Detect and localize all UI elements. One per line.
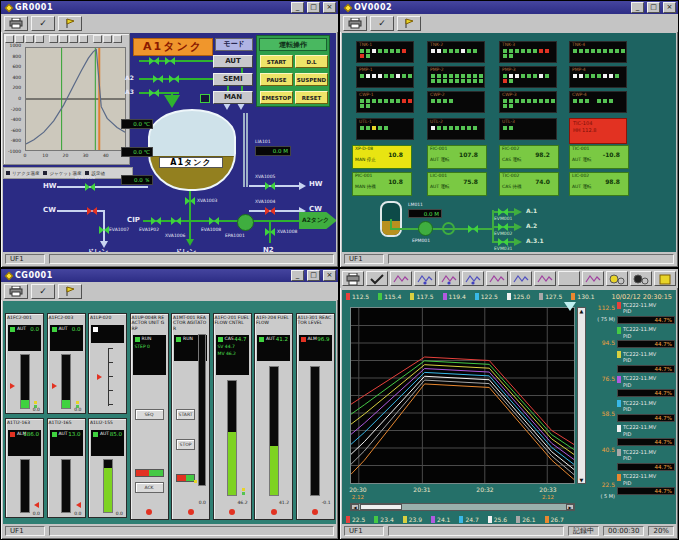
pen-entry[interactable]: TC222-11.MVPID44.7% [617,376,676,398]
pen-entry[interactable]: TC222-11.MVPID44.7% [617,400,676,422]
valve-icon[interactable] [153,75,163,83]
overview-panel[interactable]: TNK-1 [356,41,414,63]
overview-panel[interactable]: CWP-2 [427,91,485,113]
time-scrollbar[interactable]: ◀ ▶ [350,503,575,511]
data-save-button[interactable] [630,271,652,286]
flag-button[interactable] [58,16,82,31]
legend-item[interactable]: リアクタ温度 [6,171,39,176]
close-button[interactable]: × [323,2,336,13]
pen-entry[interactable]: TC222-11.MVPID44.7% [617,327,676,349]
wave-4-button[interactable] [582,271,604,286]
overview-panel[interactable]: CWP-3 [499,91,557,113]
overview-panel[interactable]: TNK-4 [569,41,627,63]
mode-button-aut[interactable]: AUT [213,55,253,68]
minimize-button[interactable]: _ [291,2,304,13]
datapoint-box[interactable]: LIC-00298.8AUT 運転 [569,172,629,196]
faceplate-unit[interactable]: A1LI2-155AUT85.00.0 [88,418,127,518]
overview-panel[interactable]: TNK-2 [427,41,485,63]
cursor-marker-icon[interactable] [564,302,576,311]
printer-button[interactable] [342,271,364,286]
mini-tool-button[interactable] [113,35,122,43]
valve-xva1006[interactable] [171,217,181,225]
acknowledge-button[interactable] [366,271,388,286]
scrollbar-thumb[interactable] [360,504,402,510]
faceplate-button[interactable]: SEQ [135,409,164,420]
flag-button[interactable] [58,284,82,299]
ma ximize-button[interactable]: □ [307,270,320,281]
overview-panel[interactable]: PMP-4 [569,66,627,88]
wave-1-button[interactable] [486,271,508,286]
valve-xva1008[interactable] [265,228,275,236]
operation-button-emestop[interactable]: EMESTOP [260,91,293,104]
close-button[interactable]: × [663,2,676,13]
titlebar[interactable]: CG0001 _ □ × [1,269,338,282]
mimic-pump-2[interactable] [442,222,455,235]
datapoint-box[interactable]: FIC-00298.2CAS 運転 [499,145,559,169]
valve-xva1004[interactable] [265,207,275,215]
faceplate-unit[interactable]: A1FI-204 FUEL FLOWAUT41.241.2 [254,313,293,520]
faceplate-button[interactable]: ACK [135,482,164,493]
note-button[interactable] [654,271,676,286]
pump-epa1001[interactable] [237,214,254,231]
faceplate-unit[interactable]: A1TI2-163ALM186.00.0 [5,418,44,518]
overview-panel[interactable]: PMP-1 [356,66,414,88]
flag-button[interactable] [397,16,421,31]
operation-button-pause[interactable]: PAUSE [260,73,293,86]
trend-button[interactable] [390,271,412,286]
valve-icon[interactable] [149,57,159,65]
faceplate-unit[interactable]: A1FC2-001AUT0.00.0 [5,313,44,414]
valve-icon[interactable] [498,208,508,216]
run-stop-toggle[interactable] [176,474,195,482]
overview-panel[interactable]: UTL-2 [427,118,485,140]
pen-entry[interactable]: TC222-11.MVPID44.7% [617,425,676,447]
maximize-button[interactable]: □ [647,2,660,13]
pen-entry[interactable]: TC222-11.MVPID44.7% [617,449,676,471]
acknowledge-button[interactable]: ✓ [31,16,55,31]
valve-eva1008[interactable] [209,217,219,225]
pen-assign-button[interactable] [414,271,436,286]
start-button[interactable]: START [176,409,195,420]
operation-button-dl[interactable]: D.L [295,55,328,68]
mini-tool-button[interactable] [49,35,58,43]
overview-panel[interactable]: CWP-1 [356,91,414,113]
overview-panel[interactable]: CWP-4 [569,91,627,113]
mimic-pump[interactable] [418,221,433,236]
datapoint-box[interactable]: XP-D-0810.8MAN 停止 [352,145,412,169]
valve-icon[interactable] [87,207,97,215]
overview-panel[interactable]: PMP-2 [427,66,485,88]
a1-tank[interactable] [148,109,236,191]
alarm-panel[interactable]: TIC-104HH 112.8 [569,118,627,144]
datapoint-box[interactable]: FIC-001107.8AUT 運転 [427,145,487,169]
overview-panel[interactable]: UTL-3 [499,118,557,140]
wave-2-button[interactable] [510,271,532,286]
pen-down-button[interactable] [462,271,484,286]
faceplate-unit[interactable]: A1FC2-003AUT0.00.0 [47,313,86,414]
mode-button-semi[interactable]: SEMI [213,73,253,86]
pen-entry[interactable]: TC222-11.MVPID44.7% [617,351,676,373]
legend-checkbox[interactable] [43,171,47,175]
mini-tool-button[interactable] [69,35,78,43]
scroll-left-icon[interactable]: ◀ [351,504,359,510]
blank-button[interactable] [558,271,580,286]
acknowledge-button[interactable]: ✓ [370,16,394,31]
a2-tank-link[interactable]: A2タンク [299,212,336,229]
acknowledge-button[interactable]: ✓ [31,284,55,299]
pen-entry[interactable]: TC222-11.MVPID44.7% [617,474,676,496]
overview-panel[interactable]: UTL-1 [356,118,414,140]
maximize-button[interactable]: □ [307,2,320,13]
wave-3-button[interactable] [534,271,556,286]
run-stop-toggle[interactable] [135,469,164,477]
valve-icon[interactable] [498,223,508,231]
datapoint-box[interactable]: TIC-00274.0CAS 待機 [499,172,559,196]
valve-icon[interactable] [165,57,175,65]
mini-tool-button[interactable] [35,35,44,43]
operation-button-reset[interactable]: RESET [295,91,328,104]
mode-button-man[interactable]: MAN [213,91,253,104]
datapoint-box[interactable]: PIC-00110.8MAN 待機 [352,172,412,196]
minimize-button[interactable]: _ [291,270,304,281]
mini-tool-button[interactable] [59,35,68,43]
minimize-button[interactable]: _ [631,2,644,13]
scroll-right-icon[interactable]: ▶ [566,504,574,510]
close-button[interactable]: × [323,270,336,281]
pen-entry[interactable]: TC222-11.MVPID44.7% [617,302,676,324]
